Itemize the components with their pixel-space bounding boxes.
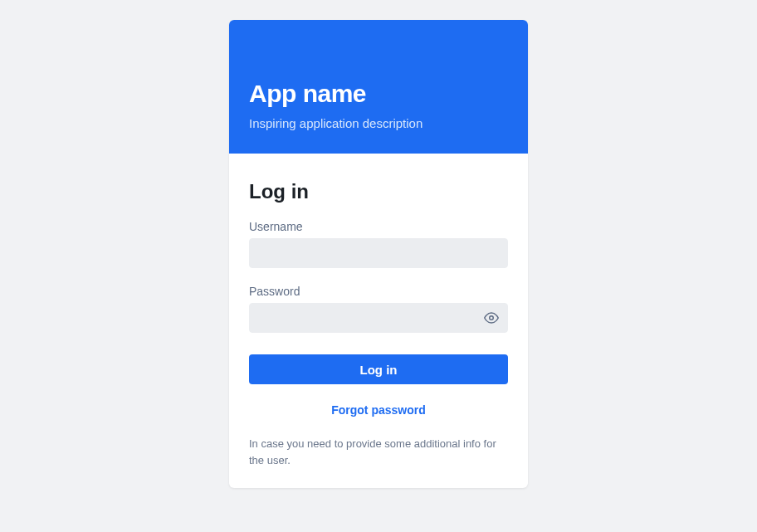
forgot-password-row: Forgot password	[249, 403, 508, 417]
form-title: Log in	[249, 180, 508, 203]
toggle-password-visibility-button[interactable]	[480, 306, 503, 329]
app-subtitle: Inspiring application description	[249, 116, 508, 130]
app-title: App name	[249, 80, 508, 108]
password-input[interactable]	[249, 303, 508, 333]
card-body: Log in Username Password	[229, 154, 528, 488]
username-input-wrap	[249, 238, 508, 268]
forgot-password-link[interactable]: Forgot password	[331, 403, 426, 417]
password-field: Password	[249, 285, 508, 333]
username-input[interactable]	[249, 238, 508, 268]
username-label: Username	[249, 220, 508, 233]
helper-text: In case you need to provide some additio…	[249, 436, 508, 468]
password-input-wrap	[249, 303, 508, 333]
login-button[interactable]: Log in	[249, 354, 508, 384]
password-label: Password	[249, 285, 508, 298]
svg-point-0	[490, 316, 494, 320]
username-field: Username	[249, 220, 508, 268]
card-header: App name Inspiring application descripti…	[229, 20, 528, 154]
login-card: App name Inspiring application descripti…	[229, 20, 528, 488]
eye-icon	[484, 310, 499, 325]
